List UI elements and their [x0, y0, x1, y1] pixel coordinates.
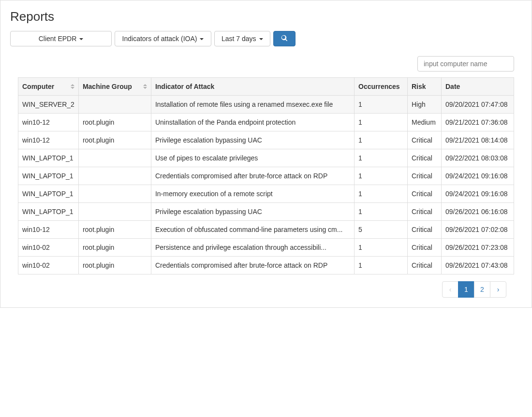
- cell-risk: Critical: [408, 257, 442, 274]
- caret-down-icon: [79, 38, 83, 40]
- cell-date: 09/26/2021 06:16:08: [442, 203, 514, 221]
- pagination-page-2[interactable]: 2: [474, 281, 490, 298]
- cell-occurrences: 1: [355, 167, 408, 185]
- cell-date: 09/24/2021 09:16:08: [442, 167, 514, 185]
- col-label: Indicator of Attack: [155, 83, 214, 90]
- cell-date: 09/20/2021 07:47:08: [442, 96, 514, 114]
- table-row[interactable]: win10-12root.pluginUninstallation of the…: [18, 114, 514, 131]
- cell-date: 09/21/2021 07:36:08: [442, 114, 514, 131]
- cell-ioa: Privilege escalation bypassing UAC: [151, 131, 354, 149]
- cell-ioa: Execution of obfuscated command-line par…: [151, 221, 354, 239]
- cell-group: root.plugin: [78, 257, 151, 274]
- table-row[interactable]: win10-12root.pluginExecution of obfuscat…: [18, 221, 514, 239]
- col-label: Occurrences: [358, 83, 400, 90]
- search-button[interactable]: [273, 31, 296, 46]
- cell-computer: WIN_SERVER_2: [18, 96, 79, 114]
- table-row[interactable]: win10-02root.pluginCredentials compromis…: [18, 257, 514, 274]
- table-row[interactable]: win10-02root.pluginPersistence and privi…: [18, 239, 514, 257]
- reports-table: Computer Machine Group Indicator of Atta…: [18, 77, 514, 274]
- cell-ioa: Privilege escalation bypassing UAC: [151, 203, 354, 221]
- report-panel: Reports Client EPDR Indicators of attack…: [0, 0, 532, 308]
- cell-risk: Critical: [408, 167, 442, 185]
- cell-computer: win10-12: [18, 114, 79, 131]
- page-title: Reports: [10, 9, 522, 24]
- toolbar: Client EPDR Indicators of attack (IOA) L…: [10, 31, 522, 46]
- pagination-page-1[interactable]: 1: [458, 281, 474, 298]
- cell-ioa: Uninstallation of the Panda endpoint pro…: [151, 114, 354, 131]
- col-risk[interactable]: Risk: [408, 78, 442, 96]
- cell-risk: Critical: [408, 149, 442, 167]
- cell-occurrences: 1: [355, 114, 408, 131]
- client-dropdown[interactable]: Client EPDR: [10, 31, 112, 46]
- cell-date: 09/22/2021 08:03:08: [442, 149, 514, 167]
- cell-group: root.plugin: [78, 131, 151, 149]
- cell-occurrences: 1: [355, 257, 408, 274]
- caret-down-icon: [200, 38, 204, 40]
- cell-ioa: Persistence and privilege escalation thr…: [151, 239, 354, 257]
- cell-occurrences: 1: [355, 131, 408, 149]
- table-row[interactable]: WIN_LAPTOP_1Privilege escalation bypassi…: [18, 203, 514, 221]
- search-icon: [281, 35, 288, 43]
- indicator-dropdown-label: Indicators of attack (IOA): [122, 35, 197, 43]
- col-label: Risk: [412, 83, 426, 90]
- table-header-row: Computer Machine Group Indicator of Atta…: [18, 78, 514, 96]
- cell-ioa: In-memory execution of a remote script: [151, 185, 354, 203]
- range-dropdown-label: Last 7 days: [222, 35, 256, 43]
- cell-computer: win10-12: [18, 221, 79, 239]
- col-ioa[interactable]: Indicator of Attack: [151, 78, 354, 96]
- range-dropdown[interactable]: Last 7 days: [214, 31, 270, 46]
- cell-risk: Critical: [408, 203, 442, 221]
- cell-date: 09/26/2021 07:02:08: [442, 221, 514, 239]
- sort-icon: [71, 84, 74, 89]
- cell-date: 09/24/2021 09:16:08: [442, 185, 514, 203]
- cell-date: 09/21/2021 08:14:08: [442, 131, 514, 149]
- cell-risk: Medium: [408, 114, 442, 131]
- col-label: Date: [445, 83, 460, 90]
- table-row[interactable]: WIN_SERVER_2Installation of remote files…: [18, 96, 514, 114]
- cell-group: [78, 167, 151, 185]
- caret-down-icon: [259, 38, 263, 40]
- cell-ioa: Credentials compromised after brute-forc…: [151, 257, 354, 274]
- col-computer[interactable]: Computer: [18, 78, 79, 96]
- col-group[interactable]: Machine Group: [78, 78, 151, 96]
- cell-occurrences: 1: [355, 149, 408, 167]
- indicator-dropdown[interactable]: Indicators of attack (IOA): [115, 31, 211, 46]
- col-date[interactable]: Date: [442, 78, 514, 96]
- cell-ioa: Installation of remote files using a ren…: [151, 96, 354, 114]
- table-row[interactable]: WIN_LAPTOP_1Use of pipes to escalate pri…: [18, 149, 514, 167]
- cell-ioa: Credentials compromised after brute-forc…: [151, 167, 354, 185]
- cell-date: 09/26/2021 07:23:08: [442, 239, 514, 257]
- cell-computer: WIN_LAPTOP_1: [18, 149, 79, 167]
- table-row[interactable]: win10-12root.pluginPrivilege escalation …: [18, 131, 514, 149]
- table-row[interactable]: WIN_LAPTOP_1Credentials compromised afte…: [18, 167, 514, 185]
- cell-risk: High: [408, 96, 442, 114]
- cell-occurrences: 1: [355, 239, 408, 257]
- cell-computer: WIN_LAPTOP_1: [18, 185, 79, 203]
- computer-name-input[interactable]: [417, 56, 514, 72]
- cell-risk: Critical: [408, 185, 442, 203]
- cell-group: root.plugin: [78, 239, 151, 257]
- cell-ioa: Use of pipes to escalate privileges: [151, 149, 354, 167]
- sort-icon: [143, 84, 147, 89]
- cell-computer: WIN_LAPTOP_1: [18, 167, 79, 185]
- filter-row: [18, 56, 514, 72]
- cell-group: [78, 149, 151, 167]
- cell-group: [78, 185, 151, 203]
- col-label: Computer: [22, 83, 54, 90]
- cell-risk: Critical: [408, 221, 442, 239]
- cell-computer: win10-02: [18, 239, 79, 257]
- cell-computer: WIN_LAPTOP_1: [18, 203, 79, 221]
- cell-date: 09/26/2021 07:43:08: [442, 257, 514, 274]
- table-row[interactable]: WIN_LAPTOP_1In-memory execution of a rem…: [18, 185, 514, 203]
- cell-occurrences: 1: [355, 185, 408, 203]
- pagination: ‹12›: [18, 281, 514, 298]
- cell-computer: win10-12: [18, 131, 79, 149]
- pagination-prev: ‹: [442, 281, 458, 298]
- client-dropdown-label: Client EPDR: [39, 35, 77, 43]
- col-occurrences[interactable]: Occurrences: [355, 78, 408, 96]
- cell-group: [78, 96, 151, 114]
- pagination-next[interactable]: ›: [490, 281, 506, 298]
- cell-risk: Critical: [408, 239, 442, 257]
- cell-risk: Critical: [408, 131, 442, 149]
- cell-group: root.plugin: [78, 221, 151, 239]
